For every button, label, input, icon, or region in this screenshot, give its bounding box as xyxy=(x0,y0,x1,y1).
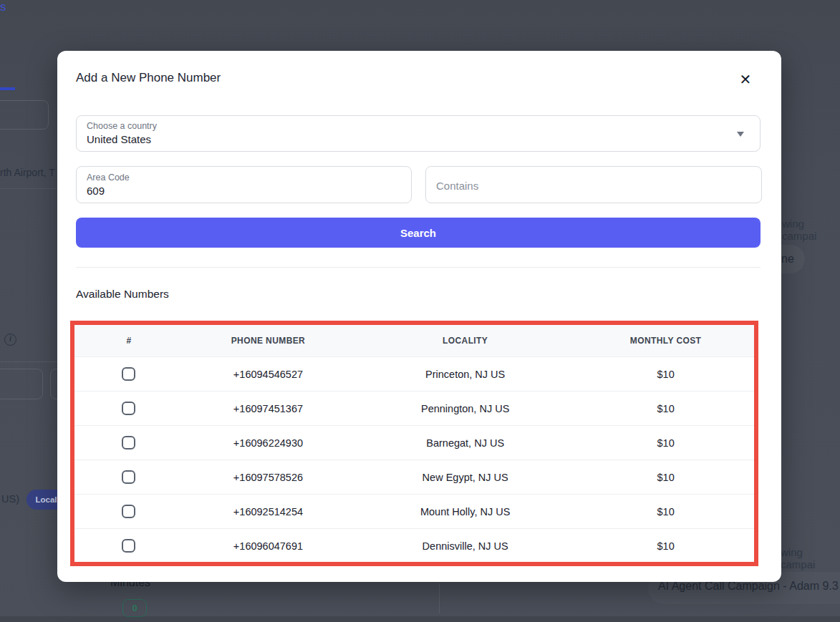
bg-country-text-fragment: US) xyxy=(1,493,19,505)
row-checkbox[interactable] xyxy=(122,505,135,518)
row-checkbox[interactable] xyxy=(122,539,135,553)
locality-cell: New Egypt, NJ US xyxy=(353,472,577,483)
contains-placeholder: Contains xyxy=(436,167,478,204)
area-code-value: 609 xyxy=(87,185,105,197)
phone-number-cell: +16092514254 xyxy=(183,506,353,517)
checkbox-cell xyxy=(74,402,183,415)
bg-active-tab-underline xyxy=(0,87,15,90)
table-row: +16096047691 Dennisville, NJ US $10 xyxy=(74,528,754,563)
phone-number-cell: +16097578526 xyxy=(183,472,353,483)
divider xyxy=(76,267,761,268)
table-header-row: # PHONE NUMBER LOCALITY MONTHLY COST xyxy=(74,325,754,356)
phone-number-cell: +16096047691 xyxy=(183,540,353,552)
country-select-value: United States xyxy=(87,133,151,145)
phone-number-cell: +16094546527 xyxy=(183,369,353,380)
table-header-cell: PHONE NUMBER xyxy=(183,336,353,346)
available-numbers-table-highlight: # PHONE NUMBER LOCALITY MONTHLY COST +16… xyxy=(70,321,758,566)
locality-cell: Mount Holly, NJ US xyxy=(353,506,577,517)
monthly-cost-cell: $10 xyxy=(577,506,754,517)
checkbox-cell xyxy=(74,367,183,381)
available-numbers-title: Available Numbers xyxy=(76,288,169,301)
table-row: +16094546527 Princeton, NJ US $10 xyxy=(74,356,754,391)
contains-field[interactable]: Contains xyxy=(425,166,762,203)
monthly-cost-cell: $10 xyxy=(577,403,754,414)
checkbox-cell xyxy=(74,539,183,553)
minutes-count-badge: 0 xyxy=(122,599,147,617)
monthly-cost-cell: $10 xyxy=(577,369,754,380)
available-numbers-table: # PHONE NUMBER LOCALITY MONTHLY COST +16… xyxy=(74,325,754,563)
table-header-cell: # xyxy=(74,336,183,346)
row-checkbox[interactable] xyxy=(122,367,135,381)
bg-bottom-edge xyxy=(0,616,840,622)
bg-input-outline xyxy=(0,100,49,130)
table-row: +16097451367 Pennington, NJ US $10 xyxy=(74,391,754,425)
country-select[interactable]: Choose a country United States xyxy=(76,115,761,152)
bg-nav-link-fragment: s xyxy=(0,0,6,14)
info-icon: i xyxy=(4,334,16,346)
area-code-field[interactable]: Area Code 609 xyxy=(76,166,412,203)
chevron-down-icon xyxy=(737,132,744,137)
bg-divider xyxy=(0,188,61,189)
checkbox-cell xyxy=(74,505,183,518)
table-row: +16097578526 New Egypt, NJ US $10 xyxy=(74,460,754,494)
bg-button-outline xyxy=(0,369,43,399)
row-checkbox[interactable] xyxy=(122,436,135,450)
checkbox-cell xyxy=(74,470,183,484)
phone-number-cell: +16096224930 xyxy=(183,437,353,449)
row-checkbox[interactable] xyxy=(122,470,135,484)
bg-campaign-text-fragment: wing campai xyxy=(782,218,840,242)
area-code-label: Area Code xyxy=(87,172,130,183)
monthly-cost-cell: $10 xyxy=(577,540,754,552)
monthly-cost-cell: $10 xyxy=(577,472,754,483)
locality-cell: Dennisville, NJ US xyxy=(353,540,577,552)
table-header-cell: LOCALITY xyxy=(353,336,577,346)
close-icon[interactable]: ✕ xyxy=(735,69,755,89)
modal-title: Add a New Phone Number xyxy=(76,71,221,85)
locality-cell: Barnegat, NJ US xyxy=(353,437,577,449)
country-select-label: Choose a country xyxy=(87,121,157,131)
bg-column-divider xyxy=(439,583,440,613)
table-row: +16092514254 Mount Holly, NJ US $10 xyxy=(74,494,754,528)
locality-cell: Pennington, NJ US xyxy=(353,403,577,414)
bg-campaign-text-fragment: wing campai xyxy=(781,546,840,570)
table-body: +16094546527 Princeton, NJ US $10 +16097… xyxy=(74,356,754,563)
row-checkbox[interactable] xyxy=(122,402,135,415)
checkbox-cell xyxy=(74,436,183,450)
phone-number-cell: +16097451367 xyxy=(183,403,353,414)
monthly-cost-cell: $10 xyxy=(577,437,754,449)
table-row: +16096224930 Barnegat, NJ US $10 xyxy=(74,425,754,460)
bg-airport-text-fragment: rth Airport, T xyxy=(0,167,55,178)
add-phone-number-modal: Add a New Phone Number ✕ Choose a countr… xyxy=(57,51,781,582)
locality-cell: Princeton, NJ US xyxy=(353,369,577,380)
search-button[interactable]: Search xyxy=(76,218,761,248)
table-header-cell: MONTHLY COST xyxy=(577,336,754,346)
